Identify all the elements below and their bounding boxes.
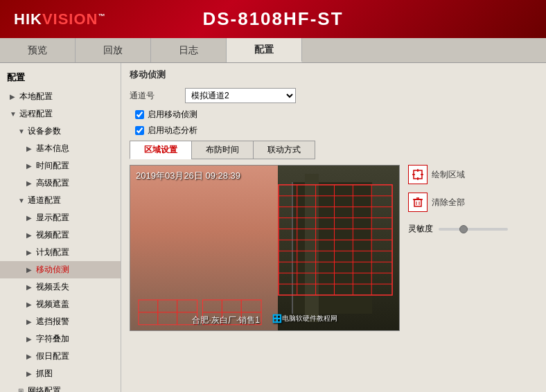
sidebar-item-remote-config[interactable]: ▼ 远程配置 — [0, 105, 121, 123]
arrow-icon: ▶ — [26, 301, 36, 308]
arrow-icon: ▼ — [18, 197, 28, 204]
sidebar-item-holiday-config[interactable]: ▶ 假日配置 — [0, 348, 121, 365]
sidebar-item-motion-detection[interactable]: ▶ 移动侦测 — [0, 261, 121, 278]
video-timestamp: 2019年03月26日 09:28:39 — [136, 170, 240, 182]
sensitivity-thumb — [459, 225, 468, 233]
arrow-icon: ▶ — [26, 162, 36, 170]
sidebar-item-channel-config[interactable]: ▼ 通道配置 — [0, 192, 121, 209]
sidebar-item-schedule-config[interactable]: ▶ 计划配置 — [0, 244, 121, 261]
arrow-icon: ▼ — [18, 127, 28, 135]
sidebar-item-advanced-config[interactable]: ▶ 高级配置 — [0, 175, 121, 192]
draw-icon — [408, 165, 428, 184]
right-panel: 移动侦测 通道号 模拟通道2 启用移动侦测 启用动态分析 区域设置 布防时间 联… — [121, 63, 546, 392]
nav-tabs: 预览 回放 日志 配置 — [0, 38, 546, 63]
sub-tabs: 区域设置 布防时间 联动方式 — [130, 141, 538, 159]
main-content: 配置 ▶ 本地配置 ▼ 远程配置 ▼ 设备参数 ▶ 基本信息 — [0, 63, 546, 392]
sidebar: 配置 ▶ 本地配置 ▼ 远程配置 ▼ 设备参数 ▶ 基本信息 — [0, 63, 121, 392]
clear-all-label: 清除全部 — [432, 197, 465, 208]
video-area-wrap: 2019年03月26日 09:28:39 合肥·灰白厂·销售1 ⊞ 电脑软硬件教… — [130, 165, 538, 331]
sidebar-item-local-config[interactable]: ▶ 本地配置 — [0, 88, 121, 105]
tab-config[interactable]: 配置 — [227, 38, 302, 62]
sidebar-item-video-loss[interactable]: ▶ 视频丢失 — [0, 278, 121, 296]
sidebar-item-video-cover[interactable]: ▶ 视频遮盖 — [0, 296, 121, 313]
draw-region-button[interactable]: 绘制区域 — [408, 165, 508, 184]
tab-playback[interactable]: 回放 — [76, 38, 151, 62]
subtab-linkage[interactable]: 联动方式 — [253, 141, 315, 159]
clear-all-button[interactable]: 清除全部 — [408, 193, 508, 212]
enable-dynamic-row: 启用动态分析 — [135, 125, 538, 136]
enable-motion-label: 启用移动侦测 — [148, 109, 197, 121]
arrow-icon: ▶ — [26, 145, 36, 152]
enable-motion-row: 启用移动侦测 — [135, 109, 538, 121]
sidebar-item-time-config[interactable]: ▶ 时间配置 — [0, 157, 121, 175]
arrow-icon: ▶ — [26, 231, 36, 239]
channel-label: 通道号 — [130, 90, 185, 102]
subtab-schedule[interactable]: 布防时间 — [191, 141, 254, 159]
video-controls: 绘制区域 清除全部 — [408, 165, 508, 235]
motion-grid — [130, 166, 399, 331]
draw-region-label: 绘制区域 — [432, 169, 465, 181]
channel-select[interactable]: 模拟通道2 — [185, 88, 296, 103]
trash-icon — [408, 193, 428, 212]
video-container: 2019年03月26日 09:28:39 合肥·灰白厂·销售1 ⊞ 电脑软硬件教… — [130, 165, 400, 331]
arrow-icon: ▶ — [26, 353, 36, 360]
tab-preview[interactable]: 预览 — [0, 38, 76, 62]
sidebar-item-network-config[interactable]: ⊞ 网络配置 — [0, 382, 121, 392]
sensitivity-slider[interactable] — [439, 228, 508, 231]
sidebar-item-basic-info[interactable]: ▶ 基本信息 — [0, 140, 121, 157]
sensitivity-row: 灵敏度 — [408, 223, 508, 235]
arrow-icon: ▶ — [26, 179, 36, 187]
arrow-icon: ⊞ — [18, 387, 28, 392]
enable-dynamic-checkbox[interactable] — [135, 126, 144, 135]
arrow-icon: ▶ — [26, 370, 36, 377]
logo: HIKVISION™ — [14, 10, 105, 28]
arrow-icon: ▶ — [26, 283, 36, 291]
arrow-icon: ▼ — [10, 110, 19, 118]
subtab-region[interactable]: 区域设置 — [130, 141, 192, 159]
enable-dynamic-label: 启用动态分析 — [148, 125, 197, 136]
arrow-icon: ▶ — [10, 93, 19, 100]
sidebar-item-device-params[interactable]: ▼ 设备参数 — [0, 123, 121, 140]
channel-row: 通道号 模拟通道2 — [130, 88, 538, 103]
sidebar-item-video-config[interactable]: ▶ 视频配置 — [0, 226, 121, 244]
device-title: DS-8108HF-ST — [202, 8, 343, 30]
arrow-icon: ▶ — [26, 266, 36, 274]
svg-rect-28 — [414, 199, 421, 206]
sidebar-item-tamper-alarm[interactable]: ▶ 遮挡报警 — [0, 313, 121, 330]
sidebar-item-capture[interactable]: ▶ 抓图 — [0, 365, 121, 382]
arrow-icon: ▶ — [26, 214, 36, 222]
video-watermark: 合肥·灰白厂·销售1 ⊞ 电脑软硬件教程网 — [192, 311, 337, 326]
sidebar-item-display-config[interactable]: ▶ 显示配置 — [0, 209, 121, 226]
sidebar-title: 配置 — [0, 69, 121, 88]
arrow-icon: ▶ — [26, 249, 36, 256]
arrow-icon: ▶ — [26, 318, 36, 326]
panel-title: 移动侦测 — [130, 69, 538, 81]
arrow-icon: ▶ — [26, 335, 36, 343]
header: HIKVISION™ DS-8108HF-ST — [0, 0, 546, 38]
enable-motion-checkbox[interactable] — [135, 110, 144, 119]
sensitivity-label: 灵敏度 — [408, 223, 433, 235]
sidebar-item-osd[interactable]: ▶ 字符叠加 — [0, 330, 121, 348]
tab-log[interactable]: 日志 — [151, 38, 227, 62]
